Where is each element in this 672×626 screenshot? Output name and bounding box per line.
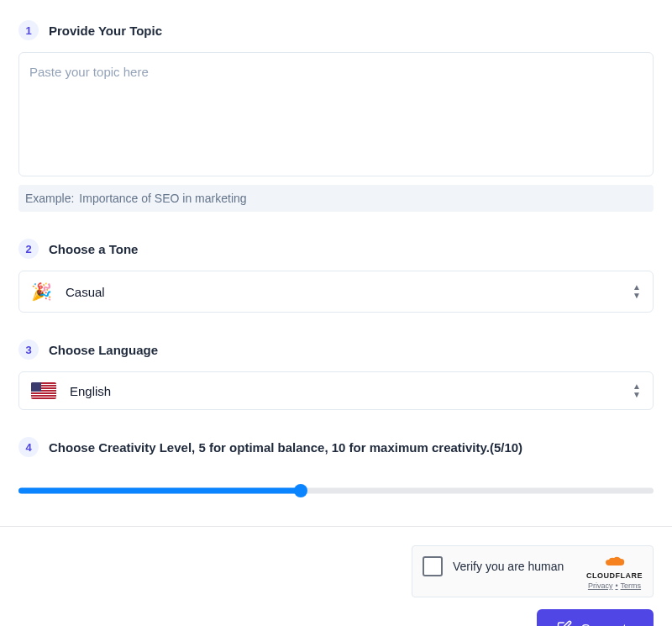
- captcha-privacy-link[interactable]: Privacy: [588, 581, 613, 590]
- tone-select[interactable]: 🎉 Casual ▲▼: [18, 271, 654, 313]
- party-icon: 🎉: [31, 281, 52, 302]
- step-3-badge: 3: [18, 339, 39, 360]
- cloudflare-icon: [604, 556, 626, 568]
- language-value: English: [70, 384, 111, 398]
- step-2-header: 2 Choose a Tone: [18, 239, 654, 259]
- step-2-badge: 2: [18, 239, 39, 259]
- cloudflare-brand: CLOUDFLARE: [586, 571, 643, 580]
- select-chevrons-icon: ▲▼: [633, 382, 641, 399]
- captcha-checkbox[interactable]: [423, 556, 443, 576]
- step-2-title: Choose a Tone: [49, 242, 138, 256]
- language-select[interactable]: English ▲▼: [18, 371, 654, 410]
- captcha-terms-link[interactable]: Terms: [621, 581, 642, 590]
- slider-thumb[interactable]: [294, 484, 307, 497]
- step-1-badge: 1: [18, 20, 39, 40]
- example-label: Example:: [25, 192, 74, 205]
- topic-example: Example: Importance of SEO in marketing: [18, 185, 654, 212]
- generate-button-label: Generate: [580, 621, 633, 627]
- step-1-title: Provide Your Topic: [49, 24, 162, 38]
- step-4-header: 4 Choose Creativity Level, 5 for optimal…: [18, 437, 654, 457]
- captcha-links: Privacy•Terms: [588, 581, 641, 590]
- step-4-title: Choose Creativity Level, 5 for optimal b…: [49, 440, 522, 455]
- us-flag-icon: [31, 382, 56, 399]
- creativity-slider[interactable]: [18, 482, 654, 499]
- generate-button[interactable]: Generate: [537, 609, 654, 626]
- captcha-label: Verify you are human: [453, 560, 564, 573]
- captcha-widget: Verify you are human CLOUDFLARE Privacy•…: [412, 545, 654, 597]
- step-1-header: 1 Provide Your Topic: [18, 20, 654, 40]
- topic-input[interactable]: [18, 52, 654, 176]
- step-3-title: Choose Language: [49, 343, 158, 357]
- edit-icon: [557, 620, 572, 626]
- select-chevrons-icon: ▲▼: [633, 283, 641, 300]
- step-3-header: 3 Choose Language: [18, 339, 654, 360]
- slider-fill: [18, 488, 301, 494]
- example-text: Importance of SEO in marketing: [79, 192, 246, 205]
- tone-value: Casual: [66, 285, 105, 299]
- step-4-badge: 4: [18, 437, 39, 457]
